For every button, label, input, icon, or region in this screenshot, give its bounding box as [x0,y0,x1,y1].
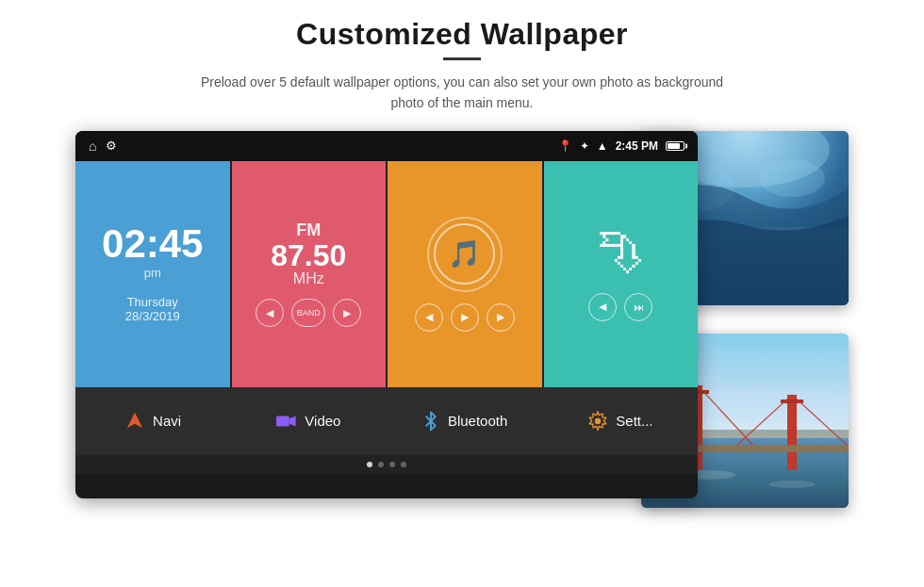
bluetooth-label: Bluetooth [448,413,507,429]
bottom-navigation: Navi Video Bluetooth S [75,387,698,455]
music-note-icon: 🎵 [448,238,481,269]
page-indicators [75,455,698,474]
device-container: ⌂ ⚙ 📍 ✦ ▲ 2:45 PM 02:45 pm Thursday 2 [75,131,849,508]
music-circle: 🎵 [427,217,503,292]
page-subtitle: Preload over 5 default wallpaper options… [201,72,723,114]
clock-time: 02:45 [102,224,203,264]
fm-band-button[interactable]: BAND [291,299,325,327]
video-label: Video [305,413,340,429]
wifi-icon: ▲ [597,139,608,153]
bluetooth-nav-item[interactable]: Bluetooth [388,387,542,455]
settings-icon [587,411,608,432]
page-dot-1 [367,462,372,467]
clock-day: Thursday [127,295,178,309]
page-dot-4 [401,462,406,467]
home-icon: ⌂ [89,139,96,154]
music-tile[interactable]: 🎵 ◀ ▶ ▶ [388,161,542,387]
status-time: 2:45 PM [616,139,658,153]
fm-next-button[interactable]: ▶ [333,299,361,327]
title-divider [443,57,481,60]
navi-nav-item[interactable]: Navi [75,387,230,455]
bt-skip-button[interactable]: ⏭ [624,293,652,321]
page-title: Customized Wallpaper [296,17,628,52]
svg-point-16 [595,418,601,424]
battery-icon [666,141,685,151]
video-icon [276,413,297,430]
usb-icon: ⚙ [106,139,117,153]
location-icon: 📍 [558,139,572,153]
fm-frequency: 87.50 [271,240,346,270]
svg-rect-4 [787,395,797,470]
navi-label: Navi [153,413,181,429]
settings-label: Sett... [616,413,652,429]
bluetooth-nav-icon [421,411,440,432]
fm-controls: ◀ BAND ▶ [256,299,361,327]
car-screen: ⌂ ⚙ 📍 ✦ ▲ 2:45 PM 02:45 pm Thursday 2 [75,131,698,498]
svg-marker-15 [289,416,296,426]
music-next-button[interactable]: ▶ [487,303,515,332]
fm-label: FM [296,220,321,240]
video-nav-item[interactable]: Video [231,387,386,455]
settings-nav-item[interactable]: Sett... [543,387,698,455]
page-dot-2 [378,462,384,467]
clock-date: 28/3/2019 [125,309,180,323]
clock-tile[interactable]: 02:45 pm Thursday 28/3/2019 [75,161,230,387]
bluetooth-tile-icon: ⮷ [597,227,644,282]
navi-icon [124,411,145,432]
bt-prev-button[interactable]: ◀ [588,293,617,321]
bluetooth-tile[interactable]: ⮷ ◀ ⏭ [544,161,699,387]
clock-ampm: pm [144,266,161,280]
music-play-button[interactable]: ▶ [451,303,479,332]
page-dot-3 [389,462,395,467]
bluetooth-status-icon: ✦ [580,139,589,153]
svg-point-13 [768,481,816,488]
fm-prev-button[interactable]: ◀ [256,299,284,327]
fm-tile[interactable]: FM 87.50 MHz ◀ BAND ▶ [232,161,387,387]
svg-point-2 [759,159,825,197]
app-grid: 02:45 pm Thursday 28/3/2019 FM 87.50 MHz… [75,161,698,387]
fm-unit: MHz [293,270,324,287]
music-prev-button[interactable]: ◀ [415,303,443,332]
music-controls: ◀ ▶ ▶ [415,303,515,332]
status-bar: ⌂ ⚙ 📍 ✦ ▲ 2:45 PM [75,131,698,161]
svg-rect-14 [276,416,289,426]
bt-controls: ◀ ⏭ [588,293,652,321]
